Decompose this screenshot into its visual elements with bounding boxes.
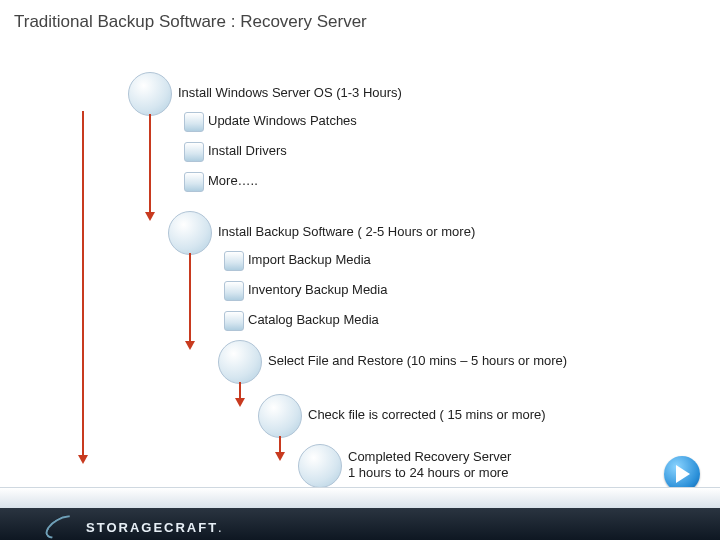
step1-node [128,72,172,116]
step1b-node [184,142,204,162]
arrow-s2-down [189,253,191,341]
step2-label: Install Backup Software ( 2-5 Hours or m… [218,224,475,239]
arrow-s1-head [145,212,155,221]
step4-node [258,394,302,438]
page-title: Traditional Backup Software : Recovery S… [14,12,367,32]
step2b-label: Inventory Backup Media [248,282,387,297]
step1c-label: More….. [208,173,258,188]
step2a-label: Import Backup Media [248,252,371,267]
timeline-arrow-head [78,455,88,464]
footer: STORAGECRAFT. [0,480,720,540]
step3-node [218,340,262,384]
step1b-label: Install Drivers [208,143,287,158]
brand-logo: STORAGECRAFT. [44,518,224,536]
step3-label: Select File and Restore (10 mins – 5 hou… [268,353,567,368]
arrow-s4-down [279,436,281,452]
arrow-s4-head [275,452,285,461]
step1c-node [184,172,204,192]
step1a-node [184,112,204,132]
step4-label: Check file is corrected ( 15 mins or mor… [308,407,546,422]
step2b-node [224,281,244,301]
arrow-s3-down [239,382,241,398]
step2c-label: Catalog Backup Media [248,312,379,327]
step1-label: Install Windows Server OS (1-3 Hours) [178,85,402,100]
step5-label: Completed Recovery Server1 hours to 24 h… [348,449,568,482]
arrow-s1-down [149,114,151,212]
step2-node [168,211,212,255]
step1a-label: Update Windows Patches [208,113,357,128]
step2c-node [224,311,244,331]
step2a-node [224,251,244,271]
footer-light-bar [0,487,720,508]
arrow-s3-head [235,398,245,407]
brand-name: STORAGECRAFT. [86,520,224,535]
timeline-arrow-line [82,111,84,455]
arrow-s2-head [185,341,195,350]
